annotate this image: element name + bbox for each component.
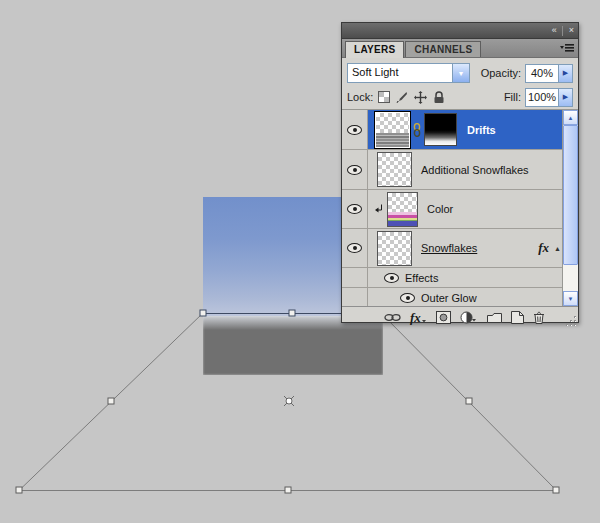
layer-name[interactable]: Drifts	[467, 124, 496, 136]
layer-name[interactable]: Snowflakes	[421, 242, 477, 254]
panel-bottom-bar: fx	[342, 306, 578, 328]
lock-all-icon[interactable]	[433, 91, 445, 104]
fill-label: Fill:	[504, 91, 521, 103]
new-group-icon[interactable]	[487, 312, 502, 324]
lock-position-icon[interactable]	[414, 91, 427, 104]
collapse-panel-icon[interactable]: «	[547, 26, 561, 35]
layer-thumbnail[interactable]	[375, 112, 410, 148]
blend-mode-select[interactable]: Soft Light ▼	[347, 63, 470, 83]
layer-list: Drifts Additional Snowflakes Color	[342, 109, 578, 306]
visibility-cell[interactable]	[342, 190, 368, 228]
new-layer-icon[interactable]	[511, 311, 524, 324]
handle-bottom-center[interactable]	[285, 487, 291, 493]
blend-mode-dropdown-icon[interactable]: ▼	[452, 64, 469, 82]
layers-panel: « × LAYERS CHANNELS Soft Light ▼ Opacity…	[341, 22, 579, 323]
fx-collapse-icon[interactable]: ▲	[554, 245, 561, 252]
clipping-mask-icon	[374, 204, 383, 215]
fill-field[interactable]: 100% ▶	[525, 88, 573, 107]
opacity-value[interactable]: 40%	[526, 65, 558, 82]
layer-thumbnail[interactable]	[377, 152, 412, 187]
add-layer-mask-icon[interactable]	[436, 311, 451, 324]
opacity-field[interactable]: 40% ▶	[525, 64, 573, 83]
effects-header-label[interactable]: Effects	[405, 272, 438, 284]
link-layers-icon[interactable]	[384, 313, 401, 322]
layer-thumbnail[interactable]	[387, 192, 418, 227]
layer-row-snowflakes[interactable]: Snowflakes fx ▲	[342, 229, 578, 268]
eye-icon[interactable]	[347, 165, 362, 175]
transform-reference-point[interactable]	[284, 396, 294, 406]
layer-row-additional-snowflakes[interactable]: Additional Snowflakes	[342, 150, 578, 190]
handle-bottom-right[interactable]	[553, 487, 559, 493]
blend-mode-value: Soft Light	[348, 64, 452, 82]
opacity-stepper-icon[interactable]: ▶	[558, 65, 572, 82]
layer-list-scrollbar[interactable]: ▲ ▼	[562, 110, 578, 306]
delete-layer-icon[interactable]	[533, 311, 545, 324]
layer-name[interactable]: Additional Snowflakes	[421, 164, 529, 176]
scroll-up-icon[interactable]: ▲	[563, 110, 578, 125]
lock-pixels-icon[interactable]	[396, 91, 408, 103]
layer-row-color[interactable]: Color	[342, 190, 578, 229]
eye-icon[interactable]	[347, 125, 362, 135]
close-panel-icon[interactable]: ×	[564, 26, 578, 35]
transform-left-edge[interactable]	[20, 313, 204, 490]
scroll-down-icon[interactable]: ▼	[563, 291, 578, 306]
scrollbar-thumb[interactable]	[563, 125, 578, 265]
transform-right-edge[interactable]	[381, 313, 556, 490]
add-layer-style-icon[interactable]: fx	[410, 310, 427, 326]
layer-mask-thumbnail[interactable]	[424, 113, 457, 146]
opacity-label: Opacity:	[481, 67, 521, 79]
panel-controls: Soft Light ▼ Opacity: 40% ▶ Lock:	[342, 58, 578, 109]
layer-thumbnail[interactable]	[377, 231, 412, 266]
effect-label[interactable]: Outer Glow	[421, 292, 477, 304]
handle-middle-left[interactable]	[108, 398, 114, 404]
handle-bottom-left[interactable]	[16, 487, 22, 493]
effects-header-row[interactable]: Effects	[342, 268, 578, 288]
panel-resize-grip[interactable]	[566, 316, 577, 327]
panel-menu-icon[interactable]	[560, 43, 574, 53]
visibility-cell[interactable]	[342, 110, 368, 149]
layer-fx-badge[interactable]: fx	[538, 240, 549, 256]
panel-titlebar[interactable]: « ×	[342, 23, 578, 39]
effect-row-outer-glow[interactable]: Outer Glow	[342, 288, 578, 306]
visibility-cell[interactable]	[342, 229, 368, 267]
new-adjustment-layer-icon[interactable]	[460, 311, 478, 324]
fill-value[interactable]: 100%	[526, 89, 558, 106]
eye-icon[interactable]	[347, 243, 362, 253]
titlebar-divider	[562, 26, 563, 36]
tab-channels[interactable]: CHANNELS	[405, 41, 481, 57]
fill-stepper-icon[interactable]: ▶	[558, 89, 572, 106]
eye-icon[interactable]	[400, 293, 415, 303]
visibility-cell[interactable]	[342, 150, 368, 189]
layer-row-drifts[interactable]: Drifts	[342, 110, 578, 150]
panel-tabbar: LAYERS CHANNELS	[342, 39, 578, 58]
eye-icon[interactable]	[347, 204, 362, 214]
handle-middle-right[interactable]	[466, 398, 472, 404]
eye-icon[interactable]	[384, 273, 399, 283]
lock-transparency-icon[interactable]	[378, 91, 390, 103]
lock-label: Lock:	[347, 91, 373, 103]
layer-name[interactable]: Color	[427, 203, 453, 215]
tab-layers[interactable]: LAYERS	[345, 41, 404, 58]
mask-link-icon[interactable]	[413, 123, 421, 137]
